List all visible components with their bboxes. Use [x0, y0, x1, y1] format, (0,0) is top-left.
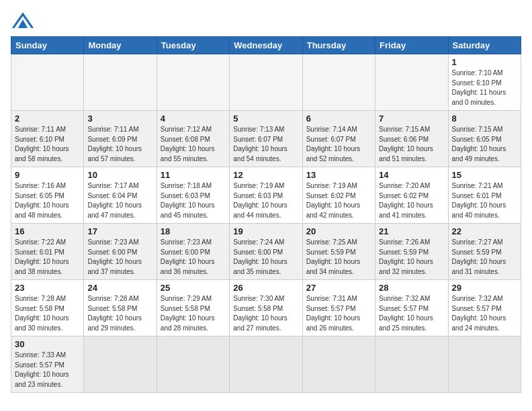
- calendar-cell: 26Sunrise: 7:30 AM Sunset: 5:58 PM Dayli…: [230, 280, 302, 336]
- calendar-cell: 29Sunrise: 7:32 AM Sunset: 5:57 PM Dayli…: [448, 280, 521, 336]
- day-info: Sunrise: 7:28 AM Sunset: 5:58 PM Dayligh…: [87, 294, 152, 333]
- calendar-cell: 22Sunrise: 7:27 AM Sunset: 5:59 PM Dayli…: [448, 224, 521, 280]
- day-number: 8: [452, 113, 517, 124]
- calendar-cell: 4Sunrise: 7:12 AM Sunset: 6:08 PM Daylig…: [157, 111, 229, 167]
- calendar-cell: 8Sunrise: 7:15 AM Sunset: 6:05 PM Daylig…: [448, 111, 521, 167]
- day-info: Sunrise: 7:12 AM Sunset: 6:08 PM Dayligh…: [161, 125, 226, 164]
- day-info: Sunrise: 7:15 AM Sunset: 6:05 PM Dayligh…: [452, 125, 517, 164]
- day-header-saturday: Saturday: [448, 37, 521, 54]
- day-number: 21: [379, 226, 444, 236]
- day-info: Sunrise: 7:10 AM Sunset: 6:10 PM Dayligh…: [452, 68, 517, 107]
- day-header-sunday: Sunday: [11, 37, 84, 54]
- day-info: Sunrise: 7:33 AM Sunset: 5:57 PM Dayligh…: [15, 351, 80, 390]
- logo: [11, 11, 38, 30]
- day-info: Sunrise: 7:19 AM Sunset: 6:03 PM Dayligh…: [233, 181, 298, 220]
- calendar-cell: [157, 336, 229, 393]
- calendar-cell: [230, 54, 302, 111]
- day-number: 1: [452, 57, 517, 67]
- day-info: Sunrise: 7:14 AM Sunset: 6:07 PM Dayligh…: [306, 125, 371, 164]
- day-number: 24: [87, 283, 152, 293]
- day-info: Sunrise: 7:25 AM Sunset: 5:59 PM Dayligh…: [306, 238, 371, 277]
- day-header-wednesday: Wednesday: [230, 37, 302, 54]
- calendar-cell: 1Sunrise: 7:10 AM Sunset: 6:10 PM Daylig…: [448, 54, 521, 111]
- day-info: Sunrise: 7:26 AM Sunset: 5:59 PM Dayligh…: [379, 238, 444, 277]
- calendar-cell: 14Sunrise: 7:20 AM Sunset: 6:02 PM Dayli…: [375, 167, 448, 224]
- calendar-cell: [448, 336, 521, 393]
- day-info: Sunrise: 7:23 AM Sunset: 6:00 PM Dayligh…: [161, 238, 226, 277]
- day-number: 17: [87, 226, 152, 236]
- day-info: Sunrise: 7:28 AM Sunset: 5:58 PM Dayligh…: [15, 294, 80, 333]
- calendar-cell: 7Sunrise: 7:15 AM Sunset: 6:06 PM Daylig…: [375, 111, 448, 167]
- day-header-thursday: Thursday: [302, 37, 375, 54]
- day-number: 20: [306, 226, 371, 236]
- calendar-cell: 2Sunrise: 7:11 AM Sunset: 6:10 PM Daylig…: [11, 111, 84, 167]
- calendar-cell: 25Sunrise: 7:29 AM Sunset: 5:58 PM Dayli…: [157, 280, 229, 336]
- calendar-cell: 15Sunrise: 7:21 AM Sunset: 6:01 PM Dayli…: [448, 167, 521, 224]
- calendar-cell: 5Sunrise: 7:13 AM Sunset: 6:07 PM Daylig…: [230, 111, 302, 167]
- calendar-cell: 13Sunrise: 7:19 AM Sunset: 6:02 PM Dayli…: [302, 167, 375, 224]
- day-number: 27: [306, 283, 371, 293]
- day-number: 29: [452, 283, 517, 293]
- day-number: 5: [233, 113, 298, 124]
- calendar-cell: 10Sunrise: 7:17 AM Sunset: 6:04 PM Dayli…: [84, 167, 157, 224]
- day-info: Sunrise: 7:17 AM Sunset: 6:04 PM Dayligh…: [87, 181, 152, 220]
- day-number: 6: [306, 113, 371, 124]
- calendar-cell: 30Sunrise: 7:33 AM Sunset: 5:57 PM Dayli…: [11, 336, 84, 393]
- day-info: Sunrise: 7:31 AM Sunset: 5:57 PM Dayligh…: [306, 294, 371, 333]
- day-number: 22: [452, 226, 517, 236]
- calendar-cell: 19Sunrise: 7:24 AM Sunset: 6:00 PM Dayli…: [230, 224, 302, 280]
- calendar-cell: 6Sunrise: 7:14 AM Sunset: 6:07 PM Daylig…: [302, 111, 375, 167]
- calendar-cell: [375, 336, 448, 393]
- day-info: Sunrise: 7:29 AM Sunset: 5:58 PM Dayligh…: [161, 294, 226, 333]
- calendar-cell: [157, 54, 229, 111]
- calendar-cell: [302, 54, 375, 111]
- day-info: Sunrise: 7:21 AM Sunset: 6:01 PM Dayligh…: [452, 181, 517, 220]
- day-number: 30: [15, 339, 80, 349]
- day-info: Sunrise: 7:18 AM Sunset: 6:03 PM Dayligh…: [161, 181, 226, 220]
- day-number: 26: [233, 283, 298, 293]
- day-info: Sunrise: 7:30 AM Sunset: 5:58 PM Dayligh…: [233, 294, 298, 333]
- day-info: Sunrise: 7:24 AM Sunset: 6:00 PM Dayligh…: [233, 238, 298, 277]
- day-number: 19: [233, 226, 298, 236]
- day-number: 11: [161, 170, 226, 180]
- day-number: 12: [233, 170, 298, 180]
- day-header-monday: Monday: [84, 37, 157, 54]
- day-info: Sunrise: 7:11 AM Sunset: 6:10 PM Dayligh…: [15, 125, 80, 164]
- calendar-cell: [84, 336, 157, 393]
- day-info: Sunrise: 7:15 AM Sunset: 6:06 PM Dayligh…: [379, 125, 444, 164]
- calendar-cell: 20Sunrise: 7:25 AM Sunset: 5:59 PM Dayli…: [302, 224, 375, 280]
- calendar-cell: 28Sunrise: 7:32 AM Sunset: 5:57 PM Dayli…: [375, 280, 448, 336]
- calendar-cell: 24Sunrise: 7:28 AM Sunset: 5:58 PM Dayli…: [84, 280, 157, 336]
- day-number: 18: [161, 226, 226, 236]
- calendar-cell: 23Sunrise: 7:28 AM Sunset: 5:58 PM Dayli…: [11, 280, 84, 336]
- day-number: 10: [87, 170, 152, 180]
- day-number: 13: [306, 170, 371, 180]
- day-info: Sunrise: 7:32 AM Sunset: 5:57 PM Dayligh…: [379, 294, 444, 333]
- calendar-cell: 21Sunrise: 7:26 AM Sunset: 5:59 PM Dayli…: [375, 224, 448, 280]
- calendar-cell: 16Sunrise: 7:22 AM Sunset: 6:01 PM Dayli…: [11, 224, 84, 280]
- calendar-cell: 12Sunrise: 7:19 AM Sunset: 6:03 PM Dayli…: [230, 167, 302, 224]
- day-info: Sunrise: 7:11 AM Sunset: 6:09 PM Dayligh…: [87, 125, 152, 164]
- calendar-cell: [11, 54, 84, 111]
- calendar-cell: [230, 336, 302, 393]
- calendar-cell: [375, 54, 448, 111]
- calendar-cell: 18Sunrise: 7:23 AM Sunset: 6:00 PM Dayli…: [157, 224, 229, 280]
- day-number: 2: [15, 113, 80, 124]
- day-info: Sunrise: 7:13 AM Sunset: 6:07 PM Dayligh…: [233, 125, 298, 164]
- calendar-cell: 9Sunrise: 7:16 AM Sunset: 6:05 PM Daylig…: [11, 167, 84, 224]
- day-info: Sunrise: 7:32 AM Sunset: 5:57 PM Dayligh…: [452, 294, 517, 333]
- day-header-friday: Friday: [375, 37, 448, 54]
- day-number: 15: [452, 170, 517, 180]
- day-number: 9: [15, 170, 80, 180]
- calendar: SundayMondayTuesdayWednesdayThursdayFrid…: [11, 36, 521, 393]
- day-number: 16: [15, 226, 80, 236]
- calendar-cell: [84, 54, 157, 111]
- day-number: 28: [379, 283, 444, 293]
- day-info: Sunrise: 7:27 AM Sunset: 5:59 PM Dayligh…: [452, 238, 517, 277]
- day-number: 14: [379, 170, 444, 180]
- day-info: Sunrise: 7:16 AM Sunset: 6:05 PM Dayligh…: [15, 181, 80, 220]
- day-number: 23: [15, 283, 80, 293]
- day-number: 4: [161, 113, 226, 124]
- day-header-tuesday: Tuesday: [157, 37, 229, 54]
- calendar-cell: 11Sunrise: 7:18 AM Sunset: 6:03 PM Dayli…: [157, 167, 229, 224]
